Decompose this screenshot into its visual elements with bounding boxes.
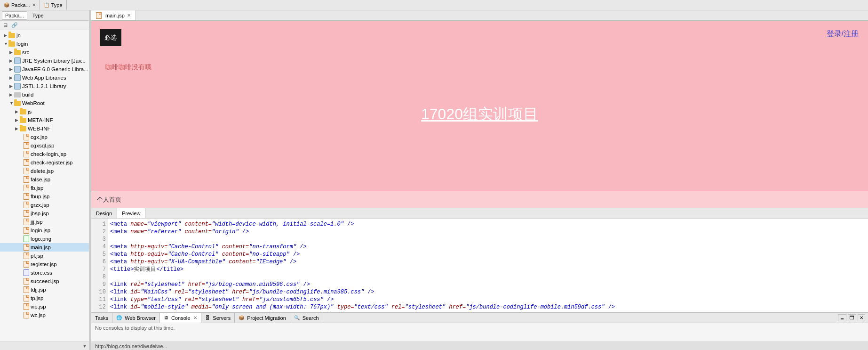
code-line-5: <meta http-equiv="Cache-Control" content… <box>110 251 864 258</box>
close-bottom-panel-button[interactable]: ✕ <box>858 314 865 321</box>
tree-item-check-login-jsp[interactable]: check-login.jsp <box>0 150 89 158</box>
tree-arrow-webinf: ▶ <box>15 126 20 131</box>
maximize-bottom-panel-button[interactable]: 🗖 <box>848 314 856 321</box>
tree-item-grzx-jsp[interactable]: grzx.jsp <box>0 201 89 209</box>
tree-item-meta-inf[interactable]: ▶ META-INF <box>0 116 89 124</box>
tree-item-jstl[interactable]: ▶ JSTL 1.2.1 Library <box>0 82 89 90</box>
code-line-12: <link id="mobile-style" media="only scre… <box>110 303 864 311</box>
sidebar-tab-package[interactable]: Packa... <box>2 11 27 20</box>
jsp-icon-jjj <box>24 219 29 225</box>
code-line-2: <meta name="referrer" content="origin" /… <box>110 228 864 236</box>
tree-item-logo-png[interactable]: logo.png <box>0 235 89 243</box>
tree-item-tdjj-jsp[interactable]: tdjj.jsp <box>0 285 89 294</box>
logo-box: 必选 <box>100 29 121 46</box>
project-migration-tab[interactable]: 📦 Project Migration <box>235 313 290 323</box>
main-title: 17020组实训项目 <box>421 104 538 125</box>
code-line-7: <title>实训项目</title> <box>110 266 864 273</box>
tree-item-webroot[interactable]: ▼ WebRoot <box>0 99 89 107</box>
package-explorer-tab[interactable]: 📦 Packa... ✕ <box>0 0 40 10</box>
tree-item-succeed-jsp[interactable]: succeed.jsp <box>0 277 89 285</box>
tree-item-javaee[interactable]: ▶ JavaEE 6.0 Generic Libra... <box>0 65 89 73</box>
png-icon-logo <box>24 236 29 242</box>
tree-item-jjj-jsp[interactable]: jjj.jsp <box>0 218 89 226</box>
code-line-4: <meta http-equiv="Cache-Control" content… <box>110 243 864 251</box>
folder-icon-webinf <box>20 126 26 131</box>
jsp-icon-register <box>24 261 29 268</box>
window-tab-bar: 📦 Packa... ✕ 📋 Type <box>0 0 868 10</box>
jsp-icon-tp <box>24 295 29 301</box>
personal-page-link[interactable]: 个人首页 <box>97 195 121 204</box>
tree-item-delete-jsp[interactable]: delete.jsp <box>0 167 89 175</box>
sidebar-scrollbar-area: ▼ <box>0 342 89 350</box>
type-hierarchy-tab[interactable]: 📋 Type <box>40 0 67 10</box>
collapse-all-button[interactable]: ⊟ <box>2 22 9 29</box>
bottom-panel: Tasks 🌐 Web Browser 🖥 Console ✕ 🗄 Server… <box>91 312 868 350</box>
tree-arrow-jre: ▶ <box>9 58 14 63</box>
folder-icon-meta <box>20 118 26 123</box>
tree-item-login-jsp[interactable]: login.jsp <box>0 226 89 235</box>
tree-arrow-javaee: ▶ <box>9 67 14 72</box>
console-tab[interactable]: 🖥 Console ✕ <box>160 313 201 323</box>
tasks-tab[interactable]: Tasks <box>91 313 112 323</box>
status-url: http://blog.csdn.net/diwufeiwe... <box>95 343 167 349</box>
tree-item-webapp[interactable]: ▶ Web App Libraries <box>0 73 89 82</box>
tree-item-check-register-jsp[interactable]: check-register.jsp <box>0 158 89 167</box>
line-numbers: 12345 678910 1112 <box>91 219 108 312</box>
preview-tab[interactable]: Preview <box>117 208 145 218</box>
tree-item-cgx-jsp[interactable]: cgx.jsp <box>0 133 89 141</box>
tree-item-wz-jsp[interactable]: wz.jsp <box>0 311 89 319</box>
close-console-icon[interactable]: ✕ <box>193 315 197 320</box>
code-line-3 <box>110 236 864 243</box>
type-hierarchy-tab-label: Type <box>51 2 63 8</box>
lib-icon-jre <box>14 57 21 64</box>
tree-arrow-jstl: ▶ <box>9 84 14 89</box>
code-line-9: <link rel="stylesheet" href="js/blog-com… <box>110 281 864 288</box>
jsp-icon-jbsp <box>24 210 29 217</box>
tree-arrow-webapp: ▶ <box>9 75 14 80</box>
code-line-11: <link type="text/css" rel="stylesheet" h… <box>110 296 864 303</box>
tree-item-cgxsql-jsp[interactable]: cgxsql.jsp <box>0 141 89 150</box>
tree-item-login[interactable]: ▼ login <box>0 40 89 48</box>
tree-item-pl-jsp[interactable]: pl.jsp <box>0 252 89 260</box>
tree-item-false-jsp[interactable]: false.jsp <box>0 175 89 184</box>
minimize-bottom-panel-button[interactable]: 🗕 <box>838 314 846 321</box>
tree-arrow-meta: ▶ <box>15 118 20 122</box>
code-content[interactable]: <meta name="viewport" content="width=dev… <box>91 219 868 312</box>
tree-item-fbup-jsp[interactable]: fbup.jsp <box>0 192 89 201</box>
main-layout: Packa... Type ⊟ 🔗 ▶ jn ▼ login <box>0 10 868 350</box>
tree-item-web-inf[interactable]: ▶ WEB-INF <box>0 124 89 133</box>
login-register-link[interactable]: 登录/注册 <box>827 29 859 39</box>
tree-item-js[interactable]: ▶ js <box>0 107 89 116</box>
close-package-explorer-icon[interactable]: ✕ <box>32 2 36 8</box>
editor-tab-main-jsp[interactable]: main.jsp ✕ <box>91 10 136 20</box>
design-tab[interactable]: Design <box>91 208 117 218</box>
tree-item-register-jsp[interactable]: register.jsp <box>0 260 89 269</box>
tree-item-build[interactable]: ▶ build <box>0 90 89 99</box>
tree-item-vip-jsp[interactable]: vip.jsp <box>0 302 89 311</box>
close-editor-tab-icon[interactable]: ✕ <box>127 13 131 18</box>
sidebar-tab-type[interactable]: Type <box>29 11 47 20</box>
bottom-panel-toolbar: 🗕 🗖 ✕ <box>835 313 868 323</box>
package-explorer-tab-label: Packa... <box>11 2 30 8</box>
servers-tab[interactable]: 🗄 Servers <box>201 313 235 323</box>
preview-area: 必选 登录/注册 17020组实训项目 咖啡咖啡没有哦 个人首页 <box>91 21 868 208</box>
tree-item-jre[interactable]: ▶ JRE System Library [Jav... <box>0 57 89 65</box>
tree-item-fb-jsp[interactable]: fb.jsp <box>0 184 89 192</box>
search-tab[interactable]: 🔍 Search <box>290 313 323 323</box>
tree-item-main-jsp[interactable]: main.jsp <box>0 243 89 252</box>
css-icon-store <box>24 269 29 276</box>
lib-icon-webapp <box>14 74 21 81</box>
tree-item-jn[interactable]: ▶ jn <box>0 31 89 40</box>
folder-icon-src <box>14 50 21 55</box>
jsp-icon-check-login <box>24 151 29 157</box>
tree-item-src[interactable]: ▶ src <box>0 48 89 57</box>
link-with-editor-button[interactable]: 🔗 <box>10 22 19 29</box>
tree-item-tp-jsp[interactable]: tp.jsp <box>0 294 89 302</box>
jsp-icon-editor-tab <box>96 12 102 19</box>
jsp-icon-cgxsql <box>24 142 29 149</box>
web-browser-tab[interactable]: 🌐 Web Browser <box>112 313 160 323</box>
tree-item-store-css[interactable]: store.css <box>0 269 89 277</box>
jsp-icon-cgx <box>24 134 29 140</box>
jsp-icon-false <box>24 176 29 183</box>
tree-item-jbsp-jsp[interactable]: jbsp.jsp <box>0 209 89 218</box>
